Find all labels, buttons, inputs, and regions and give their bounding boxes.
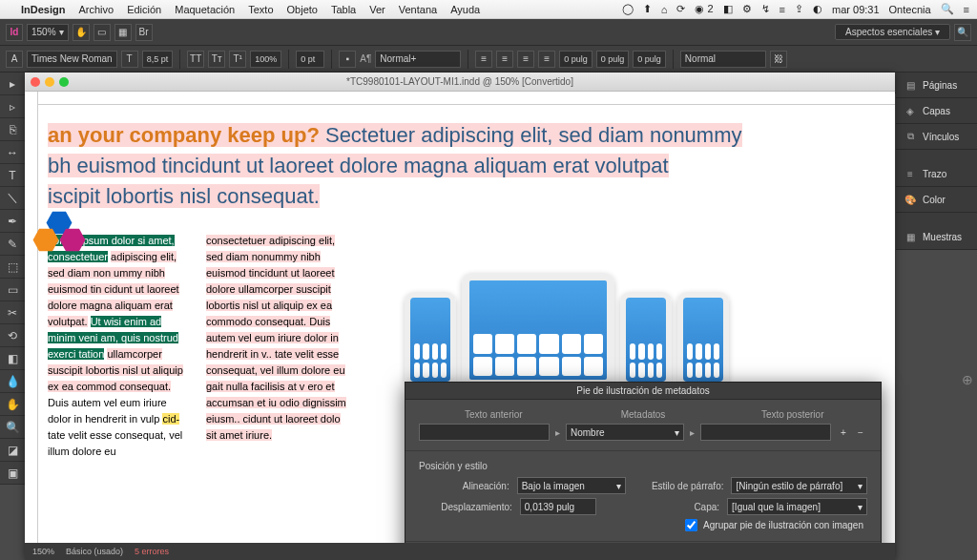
status-errors[interactable]: 5 errores: [135, 547, 169, 556]
text-after-input[interactable]: [700, 424, 831, 441]
close-icon[interactable]: [31, 77, 40, 87]
align-right-icon[interactable]: ≡: [517, 51, 534, 68]
gap-tool-icon[interactable]: ↔: [0, 141, 25, 164]
hand-tool-icon[interactable]: ✋: [0, 393, 25, 416]
hex-graphic[interactable]: [32, 211, 90, 259]
view-icon[interactable]: ▦: [114, 24, 132, 41]
bridge-icon[interactable]: Br: [135, 24, 153, 41]
notif-icon[interactable]: ≡: [964, 4, 969, 15]
zoom-indicator-icon[interactable]: ⊕: [962, 372, 973, 387]
indent[interactable]: 0 pulg: [596, 51, 630, 68]
font-family[interactable]: Times New Roman: [27, 51, 117, 68]
minimize-icon[interactable]: [45, 77, 54, 87]
menu-ventana[interactable]: Ventana: [399, 4, 437, 15]
status-icon[interactable]: ⬆: [643, 3, 652, 15]
status-icon[interactable]: ◉ 2: [695, 3, 713, 15]
panel-muestras[interactable]: ▦Muestras: [896, 224, 977, 250]
panel-trazo[interactable]: ≡Trazo: [896, 161, 977, 187]
indent[interactable]: 0 pulg: [633, 51, 666, 68]
tt-small-icon[interactable]: Tт: [208, 51, 225, 68]
pstyle-label: Estilo de párrafo:: [634, 481, 724, 491]
pen-tool-icon[interactable]: ✒: [0, 210, 25, 233]
font-size[interactable]: 8,5 pt: [142, 51, 174, 68]
menu-objeto[interactable]: Objeto: [287, 4, 318, 15]
text-column-1[interactable]: Lorem ipsum dolor si amet, consectetuer …: [48, 233, 189, 461]
clock[interactable]: mar 09:31: [832, 4, 880, 15]
menu-edicion[interactable]: Edición: [127, 4, 161, 15]
chain-icon[interactable]: ⛓: [770, 51, 787, 68]
remove-row-button[interactable]: −: [854, 427, 867, 438]
scissors-icon[interactable]: ✂: [0, 301, 25, 324]
panel-vinculos[interactable]: ⧉Vínculos: [896, 124, 977, 150]
view-icon[interactable]: ▭: [94, 24, 111, 41]
type-tool-icon[interactable]: T: [0, 164, 25, 187]
spotlight-icon[interactable]: 🔍: [941, 3, 954, 15]
transform-icon[interactable]: ⟲: [0, 324, 25, 347]
layer-select[interactable]: [Igual que la imagen]▾: [727, 498, 867, 515]
zoom-field[interactable]: 150%▾: [27, 24, 69, 41]
status-icon[interactable]: ◯: [622, 3, 634, 15]
indent[interactable]: 0 pulg: [559, 51, 592, 68]
add-row-button[interactable]: +: [837, 427, 850, 438]
fill-stroke-icon[interactable]: ◪: [0, 439, 25, 462]
panel-paginas[interactable]: ▤Páginas: [896, 73, 977, 98]
status-zoom[interactable]: 150%: [32, 547, 54, 556]
text-column-2[interactable]: consectetuer adipiscing elit, sed diam n…: [206, 233, 347, 461]
user-name[interactable]: Ontecnia: [889, 4, 931, 15]
menu-ver[interactable]: Ver: [369, 4, 385, 15]
menu-texto[interactable]: Texto: [248, 4, 273, 15]
app-name[interactable]: InDesign: [21, 4, 65, 15]
screen-mode-icon[interactable]: ▣: [0, 462, 25, 485]
status-icon[interactable]: ◧: [723, 3, 733, 15]
fill-icon[interactable]: ▪: [339, 51, 356, 68]
status-icon[interactable]: ⌂: [661, 4, 668, 15]
menu-archivo[interactable]: Archivo: [78, 4, 114, 15]
menu-ayuda[interactable]: Ayuda: [450, 4, 480, 15]
group-checkbox[interactable]: [685, 519, 697, 531]
panel-color[interactable]: 🎨Color: [896, 187, 977, 213]
selection-tool-icon[interactable]: ▸: [0, 73, 25, 95]
panel-capas[interactable]: ◈Capas: [896, 98, 977, 124]
status-spread[interactable]: Básico (usado): [66, 547, 123, 556]
zoom-tool-icon[interactable]: 🔍: [0, 416, 25, 439]
status-icon[interactable]: ≡: [780, 4, 785, 15]
align-justify-icon[interactable]: ≡: [538, 51, 555, 68]
direct-select-icon[interactable]: ▹: [0, 95, 25, 118]
headline-text[interactable]: an your company keep up? Sectetuer adipi…: [48, 120, 872, 212]
workspace-switcher[interactable]: Aspectos esenciales ▾: [835, 24, 950, 40]
align-center-icon[interactable]: ≡: [496, 51, 513, 68]
offset-input[interactable]: [520, 498, 596, 515]
char-style[interactable]: Normal: [680, 51, 766, 68]
devices-image[interactable]: [405, 225, 729, 387]
menu-tabla[interactable]: Tabla: [331, 4, 356, 15]
status-icon[interactable]: ⚙: [742, 3, 752, 15]
rect-tool-icon[interactable]: ▭: [0, 279, 25, 301]
tt-upper-icon[interactable]: TT: [187, 51, 204, 68]
gradient-icon[interactable]: ◧: [0, 347, 25, 370]
zoom-icon[interactable]: [59, 77, 69, 87]
line-tool-icon[interactable]: ＼: [0, 187, 25, 210]
menu-maquetacion[interactable]: Maquetación: [175, 4, 235, 15]
status-icon[interactable]: ↯: [761, 3, 770, 15]
superscript-icon[interactable]: T¹: [229, 51, 246, 68]
color-icon: 🎨: [904, 193, 917, 206]
pstyle-select[interactable]: [Ningún estilo de párrafo]▾: [731, 477, 867, 494]
rect-frame-icon[interactable]: ⬚: [0, 256, 25, 279]
metadata-select[interactable]: Nombre▾: [566, 424, 684, 441]
eyedropper-icon[interactable]: 💧: [0, 370, 25, 393]
status-icon[interactable]: ◐: [813, 3, 822, 15]
align-left-icon[interactable]: ≡: [475, 51, 492, 68]
tracking[interactable]: 100%: [250, 51, 281, 68]
status-icon[interactable]: ⟳: [676, 3, 685, 15]
align-select[interactable]: Bajo la imagen▾: [517, 477, 626, 494]
arrow-icon: ▸: [555, 427, 560, 438]
pencil-tool-icon[interactable]: ✎: [0, 233, 25, 256]
kerning[interactable]: 0 pt: [296, 51, 324, 68]
page-tool-icon[interactable]: ⎘: [0, 118, 25, 141]
hand-icon[interactable]: ✋: [73, 24, 90, 41]
para-style[interactable]: Normal+: [375, 51, 461, 68]
search-icon[interactable]: 🔍: [954, 24, 971, 41]
text-before-input[interactable]: [419, 424, 550, 441]
status-icon[interactable]: ⇪: [795, 3, 803, 15]
char-mode-icon[interactable]: A: [6, 51, 23, 68]
